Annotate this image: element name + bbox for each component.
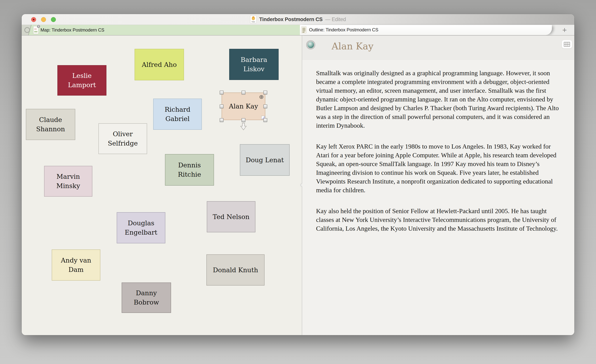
note-paragraph: Kay left Xerox PARC in the early 1980s t… <box>316 142 563 194</box>
map-note-ted-nelson[interactable]: Ted Nelson <box>207 201 255 232</box>
edited-dot-icon <box>33 19 34 20</box>
map-note-oliver-selfridge[interactable]: OliverSelfridge <box>98 123 147 154</box>
note-drawer[interactable]: ▾ <box>247 120 266 128</box>
note-title: ClaudeShannon <box>36 115 65 134</box>
edited-badge: — Edited <box>325 16 346 22</box>
note-title: Alan Kay <box>229 102 258 111</box>
drawer-caret-icon: ▾ <box>261 120 263 129</box>
map-note-claude-shannon[interactable]: ClaudeShannon <box>26 109 75 140</box>
note-title: DennisRitchie <box>178 161 201 179</box>
selection-handle[interactable] <box>242 91 245 94</box>
note-title: Alfred Aho <box>142 60 177 69</box>
map-view[interactable]: LeslieLamportAlfred AhoBarbaraLiskovClau… <box>22 36 302 335</box>
pane-circle-icon[interactable] <box>24 27 30 33</box>
outline-pane: Alan Kay Smalltalk was originally design… <box>302 36 574 335</box>
selection-handle[interactable] <box>220 104 224 108</box>
add-tab-button[interactable]: + <box>562 25 567 35</box>
map-tab-label: Map: Tinderbox Postmodern CS <box>40 25 104 35</box>
document-title: Tinderbox Postmodern CS <box>259 16 322 22</box>
note-title: Andy vanDam <box>61 256 91 274</box>
tbx-document-icon: TBX <box>250 15 257 23</box>
note-title: MarvinMinsky <box>56 172 80 191</box>
selection-handle[interactable] <box>263 91 267 94</box>
flame-icon <box>252 16 255 20</box>
map-note-dennis-ritchie[interactable]: DennisRitchie <box>165 154 214 186</box>
note-title: BarbaraLiskov <box>241 55 267 74</box>
grid-icon <box>564 42 570 47</box>
window-titlebar[interactable]: TBX Tinderbox Postmodern CS — Edited <box>22 14 574 25</box>
selection-handle[interactable] <box>242 118 245 122</box>
tab-bar: 0 Map: Tinderbox Postmodern CS Outline: … <box>22 25 574 36</box>
note-title: DouglasEngelbart <box>125 218 157 237</box>
note-title: DannyBobrow <box>134 288 159 307</box>
note-title: RichardGabriel <box>164 105 190 124</box>
note-paragraph: Kay also held the position of Senior Fel… <box>316 207 563 233</box>
map-note-richard-gabriel[interactable]: RichardGabriel <box>153 99 202 130</box>
note-paragraph: Smalltalk was originally designed as a g… <box>316 69 563 130</box>
app-window: TBX Tinderbox Postmodern CS — Edited 0 M… <box>22 14 574 335</box>
note-sphere-icon[interactable] <box>307 42 314 48</box>
map-note-doug-lenat[interactable]: Doug Lenat <box>240 144 290 176</box>
note-header: Alan Kay <box>302 36 574 60</box>
traffic-lights <box>31 17 56 22</box>
map-note-leslie-lamport[interactable]: LeslieLamport <box>57 65 106 96</box>
map-note-donald-knuth[interactable]: Donald Knuth <box>206 254 265 286</box>
selection-handle[interactable] <box>263 118 267 122</box>
outline-tab-label: Outline: Tinderbox Postmodern CS <box>309 25 378 35</box>
note-count-badge: 0 <box>37 24 40 28</box>
attributes-table-button[interactable] <box>562 40 572 48</box>
outline-tab-strip: Outline: Tinderbox Postmodern CS + <box>300 25 574 35</box>
map-note-alan-kay[interactable]: Alan Kay⊕▾ <box>222 93 265 120</box>
note-title: Doug Lenat <box>246 156 284 165</box>
map-note-barbara-liskov[interactable]: BarbaraLiskov <box>229 49 279 80</box>
tab-outline[interactable]: Outline: Tinderbox Postmodern CS <box>300 25 552 35</box>
map-note-andy-van-dam[interactable]: Andy vanDam <box>52 249 100 281</box>
minimize-button[interactable] <box>41 17 46 22</box>
map-tab-strip: 0 Map: Tinderbox Postmodern CS <box>22 25 300 35</box>
note-title: OliverSelfridge <box>108 129 138 148</box>
map-note-marvin-minsky[interactable]: MarvinMinsky <box>44 166 92 197</box>
note-text[interactable]: Smalltalk was originally designed as a g… <box>302 60 574 335</box>
note-title: Ted Nelson <box>213 212 249 222</box>
window-title: TBX Tinderbox Postmodern CS — Edited <box>250 14 346 25</box>
note-plus-icon[interactable]: ⊕ <box>259 94 264 100</box>
note-title: LeslieLamport <box>68 71 96 90</box>
selection-handle[interactable] <box>220 118 224 122</box>
selection-handle[interactable] <box>220 91 224 94</box>
zoom-button[interactable] <box>51 17 56 22</box>
map-note-alfred-aho[interactable]: Alfred Aho <box>134 49 184 80</box>
selection-handle[interactable] <box>263 104 267 108</box>
note-title-heading[interactable]: Alan Kay <box>332 40 373 52</box>
down-arrow-widget[interactable] <box>240 123 247 133</box>
note-title: Donald Knuth <box>213 265 258 275</box>
outline-list-icon <box>301 26 306 33</box>
map-note-douglas-engelbart[interactable]: DouglasEngelbart <box>117 212 165 243</box>
map-note-danny-bobrow[interactable]: DannyBobrow <box>122 282 171 313</box>
window-content: LeslieLamportAlfred AhoBarbaraLiskovClau… <box>22 36 574 335</box>
tbx-icon-label: TBX <box>250 21 256 23</box>
close-button[interactable] <box>31 17 36 22</box>
